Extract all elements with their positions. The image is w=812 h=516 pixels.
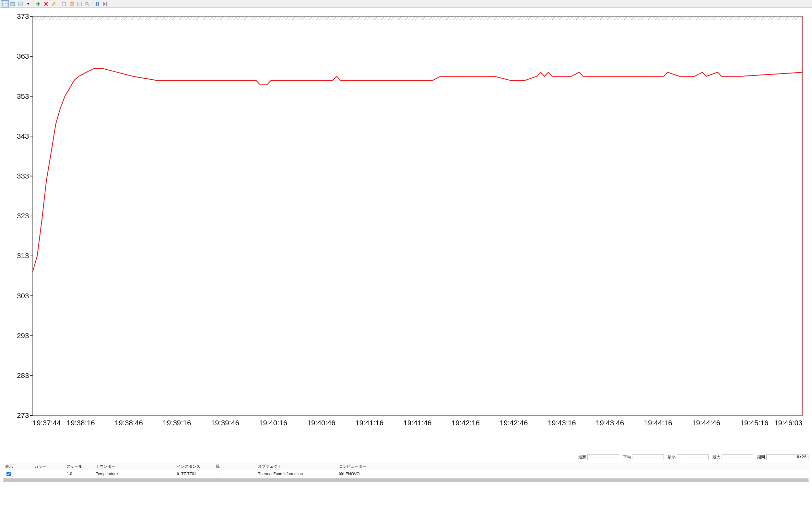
- svg-text:273: 273: [17, 412, 29, 420]
- svg-point-16: [86, 2, 88, 5]
- svg-rect-21: [106, 2, 107, 6]
- svg-text:19:45:16: 19:45:16: [740, 419, 768, 427]
- col-computer[interactable]: コンピューター: [337, 463, 809, 470]
- table-header-row[interactable]: 表示 カラー スケール カウンター インスタンス 親 オブジェクト コンピュータ…: [3, 463, 809, 470]
- dropdown-icon[interactable]: [24, 0, 32, 7]
- perfmon-window: 273283293303313323333343353363373 19:37:…: [0, 0, 812, 279]
- svg-text:323: 323: [17, 212, 29, 220]
- svg-text:19:38:16: 19:38:16: [66, 419, 95, 427]
- paste-icon[interactable]: [68, 0, 76, 7]
- col-scale[interactable]: スケール: [65, 463, 94, 470]
- remove-counter-icon[interactable]: [42, 0, 50, 7]
- view-line-chart-icon[interactable]: [1, 0, 9, 7]
- separator: [92, 1, 92, 6]
- svg-rect-19: [97, 2, 99, 6]
- stat-value-avg: ---------: [632, 454, 664, 460]
- svg-text:19:43:46: 19:43:46: [596, 419, 624, 427]
- table-row[interactable]: 1.0Temperature¥_TZ.TZ01---Thermal Zone I…: [3, 470, 809, 478]
- col-parent[interactable]: 親: [214, 463, 256, 470]
- svg-text:283: 283: [17, 371, 29, 380]
- stat-value-max: ---------: [722, 454, 753, 460]
- svg-text:373: 373: [17, 12, 29, 21]
- cell-counter: Temperature: [94, 470, 175, 478]
- copy-icon[interactable]: [60, 0, 68, 7]
- x-axis: 19:37:4419:38:1619:38:4619:39:1619:39:46…: [33, 419, 803, 427]
- col-object[interactable]: オブジェクト: [256, 463, 337, 470]
- highlight-icon[interactable]: [50, 0, 58, 7]
- svg-text:19:42:16: 19:42:16: [452, 419, 480, 427]
- add-counter-icon[interactable]: [34, 0, 42, 7]
- counter-list-pane: 表示 カラー スケール カウンター インスタンス 親 オブジェクト コンピュータ…: [3, 463, 809, 482]
- cell-computer: ¥¥LENOVO: [337, 470, 809, 478]
- col-counter[interactable]: カウンター: [94, 463, 175, 470]
- svg-text:19:40:16: 19:40:16: [259, 419, 287, 427]
- svg-text:19:43:16: 19:43:16: [548, 419, 576, 427]
- col-color[interactable]: カラー: [32, 463, 65, 470]
- view-report-icon[interactable]: [17, 0, 24, 7]
- svg-text:19:41:16: 19:41:16: [355, 419, 383, 427]
- svg-text:19:38:46: 19:38:46: [115, 419, 143, 427]
- counter-table[interactable]: 表示 カラー スケール カウンター インスタンス 親 オブジェクト コンピュータ…: [3, 463, 809, 478]
- view-histogram-icon[interactable]: [9, 0, 17, 7]
- svg-text:19:39:16: 19:39:16: [163, 419, 191, 427]
- color-swatch: [34, 474, 60, 474]
- svg-rect-11: [71, 2, 72, 3]
- update-data-icon[interactable]: [101, 0, 109, 7]
- svg-marker-20: [104, 2, 106, 6]
- stat-label-max: 最大: [713, 454, 720, 460]
- chart-area[interactable]: 273283293303313323333343353363373 19:37:…: [0, 8, 812, 454]
- separator: [110, 1, 110, 6]
- svg-line-17: [88, 4, 89, 6]
- svg-text:19:40:46: 19:40:46: [307, 419, 336, 427]
- show-checkbox[interactable]: [6, 472, 11, 476]
- svg-marker-7: [52, 2, 55, 5]
- col-instance[interactable]: インスタンス: [175, 463, 214, 470]
- stat-label-avg: 平均: [623, 454, 631, 460]
- properties-icon[interactable]: [76, 0, 83, 7]
- stat-value-min: ---------: [677, 454, 708, 460]
- stat-label-min: 最小: [668, 454, 675, 460]
- svg-rect-1: [11, 2, 14, 6]
- stat-value-last: ---------: [587, 454, 619, 460]
- svg-rect-0: [3, 2, 7, 6]
- zoom-icon[interactable]: [83, 0, 91, 7]
- stats-row: 最新 --------- 平均 --------- 最小 --------- 最…: [0, 454, 812, 462]
- cell-object: Thermal Zone Information: [256, 470, 337, 478]
- title-bar-hatch: [33, 17, 803, 20]
- svg-text:19:44:16: 19:44:16: [644, 419, 672, 427]
- stat-value-duration: 8:20: [766, 454, 808, 460]
- svg-text:353: 353: [17, 92, 29, 100]
- svg-text:19:44:46: 19:44:46: [692, 419, 720, 427]
- svg-text:333: 333: [17, 172, 29, 180]
- svg-rect-18: [96, 2, 97, 6]
- stat-label-last: 最新: [578, 454, 586, 460]
- freeze-display-icon[interactable]: [93, 0, 101, 7]
- separator: [59, 1, 59, 6]
- y-axis: 273283293303313323333343353363373: [17, 12, 33, 420]
- horizontal-scrollbar[interactable]: [3, 478, 809, 481]
- col-show[interactable]: 表示: [3, 463, 32, 470]
- cell-parent: ---: [214, 470, 256, 478]
- cell-scale: 1.0: [65, 470, 94, 478]
- line-chart: 273283293303313323333343353363373 19:37:…: [4, 10, 808, 453]
- svg-marker-6: [27, 3, 29, 5]
- svg-text:19:46:03: 19:46:03: [774, 419, 802, 427]
- svg-text:313: 313: [17, 252, 29, 260]
- stat-label-duration: 期間: [757, 454, 765, 460]
- svg-text:19:41:46: 19:41:46: [403, 419, 431, 427]
- svg-text:293: 293: [17, 332, 29, 340]
- svg-text:19:37:44: 19:37:44: [33, 419, 61, 427]
- toolbar: [0, 0, 812, 8]
- cell-instance: ¥_TZ.TZ01: [175, 470, 214, 478]
- separator: [33, 1, 33, 6]
- svg-rect-9: [63, 3, 65, 6]
- svg-text:343: 343: [17, 132, 29, 140]
- svg-text:19:42:46: 19:42:46: [499, 419, 528, 427]
- svg-text:19:39:46: 19:39:46: [211, 419, 239, 427]
- svg-text:363: 363: [17, 52, 29, 60]
- svg-text:303: 303: [17, 292, 29, 300]
